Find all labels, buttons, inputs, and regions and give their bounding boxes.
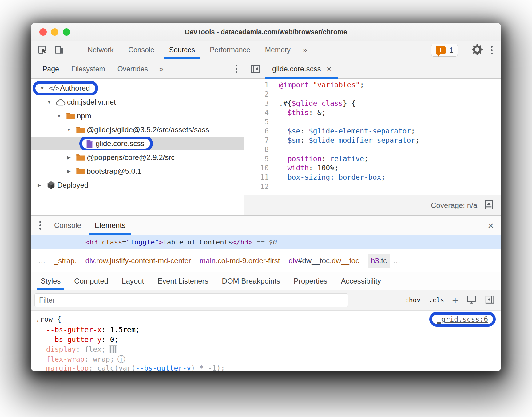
caret-down-icon[interactable]: ▼ bbox=[63, 127, 74, 132]
collapse-navigator-icon[interactable] bbox=[250, 59, 261, 78]
caret-right-icon[interactable]: ▶ bbox=[63, 155, 74, 160]
tree-item-label: bootstrap@5.0.1 bbox=[87, 167, 141, 176]
syntax-token: .tc bbox=[379, 256, 387, 265]
line-number[interactable]: 6 bbox=[244, 126, 269, 136]
new-style-rule-button[interactable]: + bbox=[452, 295, 458, 305]
breadcrumb-item[interactable]: _strap. bbox=[54, 256, 77, 265]
line-number[interactable]: 10 bbox=[244, 163, 269, 173]
navigator-more-tabs-button[interactable]: » bbox=[154, 64, 168, 74]
breadcrumb-item[interactable]: h3.tc bbox=[368, 254, 390, 268]
navigator-kebab-menu-icon[interactable] bbox=[234, 63, 239, 74]
syntax-token: $0 bbox=[269, 238, 277, 246]
more-tabs-button[interactable]: » bbox=[298, 41, 312, 59]
styles-tab-accessibility[interactable]: Accessibility bbox=[334, 272, 388, 290]
navigator-tab-filesystem[interactable]: Filesystem bbox=[65, 65, 111, 73]
drawer-tab-elements[interactable]: Elements bbox=[88, 216, 132, 235]
toolbar-tab-sources[interactable]: Sources bbox=[162, 41, 202, 59]
code-editor[interactable]: 123456789101112 @import "variables";.#{$… bbox=[244, 79, 501, 195]
editor-file-tab[interactable]: glide.core.scss × bbox=[265, 59, 338, 78]
syntax-token: $glide-class bbox=[292, 99, 343, 107]
tree-item-authored[interactable]: ▼</>Authored bbox=[31, 81, 244, 95]
css-property-line[interactable]: flex-wrap: wrap;ⓘ bbox=[31, 354, 501, 364]
toggle-hover-state-button[interactable]: :hov bbox=[405, 296, 421, 304]
line-number[interactable]: 12 bbox=[244, 182, 269, 191]
styles-tab-computed[interactable]: Computed bbox=[67, 272, 115, 290]
styles-tab-dom-breakpoints[interactable]: DOM Breakpoints bbox=[215, 272, 287, 290]
main-kebab-menu-icon[interactable] bbox=[490, 45, 494, 56]
show-drawer-icon[interactable] bbox=[483, 199, 494, 212]
issues-badge[interactable]: ! 1 bbox=[431, 44, 458, 57]
css-property-line[interactable]: display: flex; bbox=[31, 344, 501, 354]
syntax-token: ; bbox=[411, 127, 415, 135]
line-number[interactable]: 11 bbox=[244, 173, 269, 182]
line-number[interactable]: 9 bbox=[244, 154, 269, 163]
syntax-token: … bbox=[38, 256, 46, 265]
tree-item-bootstrap-5-0-1[interactable]: ▶bootstrap@5.0.1 bbox=[31, 164, 244, 178]
styles-tab-properties[interactable]: Properties bbox=[287, 272, 334, 290]
caret-right-icon[interactable]: ▶ bbox=[34, 182, 45, 188]
tree-item-cdn-jsdelivr-net[interactable]: ▼cdn.jsdelivr.net bbox=[31, 95, 244, 109]
folder-icon bbox=[74, 153, 87, 161]
css-property-line[interactable]: margin-top: calc(var(--bs-gutter-y) * -1… bbox=[31, 364, 501, 371]
line-number[interactable]: 1 bbox=[244, 80, 269, 89]
drawer-kebab-menu-icon[interactable] bbox=[38, 220, 42, 231]
selected-dom-element-row[interactable]: … <h3 class="toggle">Table of Contents</… bbox=[31, 235, 501, 249]
css-rule-header[interactable]: .row { _grid.scss:6 bbox=[31, 314, 501, 325]
caret-down-icon[interactable]: ▼ bbox=[54, 113, 65, 118]
css-property-line[interactable]: --bs-gutter-y: 0; bbox=[31, 335, 501, 344]
styles-tab-event-listeners[interactable]: Event Listeners bbox=[151, 272, 215, 290]
code-line: $this: &; bbox=[279, 108, 501, 117]
inspect-element-icon[interactable] bbox=[38, 44, 48, 56]
styles-filter-input[interactable] bbox=[34, 293, 348, 307]
rendering-emulation-icon[interactable] bbox=[466, 294, 477, 306]
flex-editor-badge-icon[interactable] bbox=[109, 345, 117, 353]
line-number[interactable]: 3 bbox=[244, 99, 269, 108]
toggle-device-toolbar-icon[interactable] bbox=[54, 44, 65, 56]
element-classes-button[interactable]: .cls bbox=[429, 296, 444, 304]
navigator-tab-overrides[interactable]: Overrides bbox=[111, 65, 154, 73]
syntax-token: .#{ bbox=[279, 99, 292, 107]
toolbar-tab-performance[interactable]: Performance bbox=[202, 41, 258, 59]
tree-item-label: Deployed bbox=[57, 181, 88, 189]
navigator-tab-page[interactable]: Page bbox=[36, 65, 65, 73]
styles-tab-styles[interactable]: Styles bbox=[34, 272, 67, 290]
caret-down-icon[interactable]: ▼ bbox=[37, 85, 48, 91]
syntax-token: > bbox=[159, 238, 163, 246]
tree-item-glidejs-glide-3-5-2-src-assets-sass[interactable]: ▼@glidejs/glide@3.5.2/src/assets/sass bbox=[31, 123, 244, 137]
settings-gear-icon[interactable] bbox=[472, 44, 483, 56]
line-number[interactable]: 8 bbox=[244, 145, 269, 154]
caret-down-icon[interactable]: ▼ bbox=[44, 99, 55, 105]
syntax-token: @import bbox=[279, 81, 309, 89]
breadcrumb-item[interactable]: main.col-md-9.order-first bbox=[200, 256, 280, 265]
breadcrumb-item[interactable]: div.row.justify-content-md-center bbox=[85, 256, 191, 265]
caret-right-icon[interactable]: ▶ bbox=[63, 169, 74, 174]
drawer-close-icon[interactable]: × bbox=[488, 220, 494, 231]
drawer-tab-console[interactable]: Console bbox=[47, 216, 88, 235]
show-computed-sidebar-icon[interactable] bbox=[485, 294, 495, 306]
line-number-gutter[interactable]: 123456789101112 bbox=[244, 80, 274, 195]
line-number[interactable]: 7 bbox=[244, 136, 269, 145]
tree-item-deployed[interactable]: ▶Deployed bbox=[31, 178, 244, 192]
code-line: position: relative; bbox=[279, 154, 501, 163]
toolbar-tab-network[interactable]: Network bbox=[80, 41, 121, 59]
css-property-line[interactable]: --bs-gutter-x: 1.5rem; bbox=[31, 325, 501, 335]
tab-close-icon[interactable]: × bbox=[327, 65, 332, 73]
breadcrumb-item[interactable]: div#dw__toc.dw__toc bbox=[288, 256, 359, 265]
tree-item-npm[interactable]: ▼npm bbox=[31, 109, 244, 123]
toolbar-tab-memory[interactable]: Memory bbox=[258, 41, 298, 59]
tree-item-popperjs-core-2-9-2-src[interactable]: ▶@popperjs/core@2.9.2/src bbox=[31, 150, 244, 164]
line-number[interactable]: 5 bbox=[244, 117, 269, 126]
breadcrumb-item[interactable]: … bbox=[393, 256, 400, 265]
line-number[interactable]: 2 bbox=[244, 89, 269, 99]
drawer-panel: ConsoleElements × … <h3 class="toggle">T… bbox=[31, 215, 501, 371]
syntax-token: ) * -1); bbox=[191, 364, 225, 371]
breadcrumb-item[interactable]: … bbox=[38, 256, 46, 265]
tree-item-glide-core-scss[interactable]: glide.core.scss bbox=[31, 137, 244, 150]
stylesheet-source-link[interactable]: _grid.scss:6 bbox=[437, 315, 488, 323]
info-icon[interactable]: ⓘ bbox=[117, 355, 125, 363]
toolbar-tab-console[interactable]: Console bbox=[121, 41, 161, 59]
styles-tab-layout[interactable]: Layout bbox=[115, 272, 151, 290]
dom-expander-ellipsis[interactable]: … bbox=[31, 239, 39, 246]
syntax-token: ; bbox=[360, 81, 364, 89]
line-number[interactable]: 4 bbox=[244, 108, 269, 117]
